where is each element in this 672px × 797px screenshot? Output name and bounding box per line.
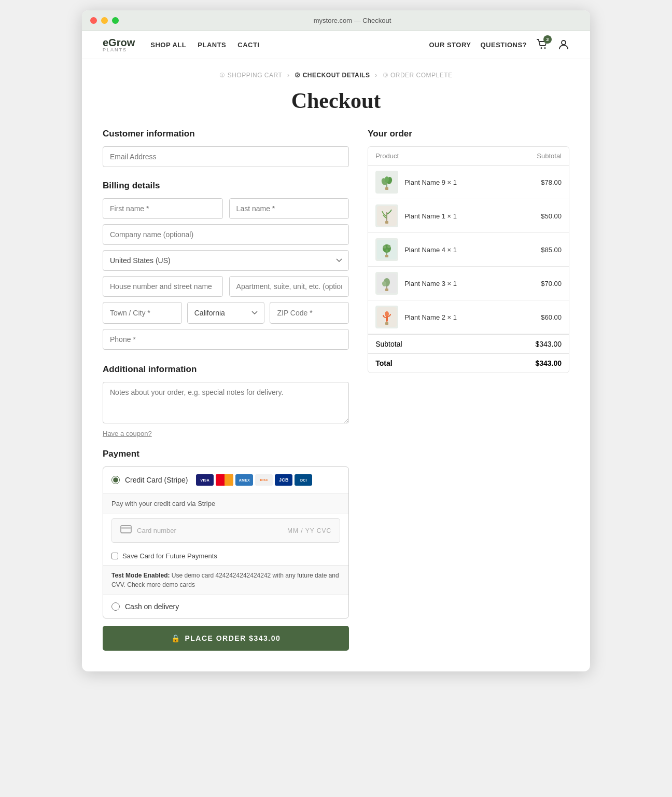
card-number-placeholder: Card number xyxy=(137,527,287,534)
svg-point-8 xyxy=(385,176,389,183)
cart-icon[interactable]: 3 xyxy=(536,38,549,51)
product-image xyxy=(375,272,398,295)
coupon-link[interactable]: Have a coupon? xyxy=(103,430,349,437)
close-dot[interactable] xyxy=(90,17,97,24)
svg-rect-21 xyxy=(385,288,388,291)
billing-section: Billing details United States (US) xyxy=(103,181,349,355)
logo[interactable]: eGrow PLANTS xyxy=(103,37,135,52)
cart-badge: 3 xyxy=(543,35,552,44)
browser-window: mystore.com — Checkout eGrow PLANTS SHOP… xyxy=(82,10,590,671)
total-value: $343.00 xyxy=(535,359,562,367)
item-price: $70.00 xyxy=(541,280,562,287)
save-card-checkbox[interactable] xyxy=(111,553,118,559)
svg-rect-3 xyxy=(121,526,131,533)
svg-rect-11 xyxy=(385,221,388,224)
stripe-description: Pay with your credit card via Stripe xyxy=(103,493,348,514)
card-icon xyxy=(120,525,132,536)
nav-shop-all[interactable]: SHOP ALL xyxy=(150,41,186,49)
street-field[interactable] xyxy=(103,276,223,297)
nav-questions[interactable]: QUESTIONS? xyxy=(480,41,527,49)
svg-rect-9 xyxy=(385,187,388,190)
minimize-dot[interactable] xyxy=(101,17,108,24)
visa-logo: VISA xyxy=(196,474,214,486)
zip-field[interactable] xyxy=(270,302,349,324)
svg-rect-25 xyxy=(385,322,388,325)
browser-titlebar: mystore.com — Checkout xyxy=(82,10,590,31)
item-name: Plant Name 2 × 1 xyxy=(404,313,535,321)
col-subtotal: Subtotal xyxy=(537,152,562,160)
checkout-main: Customer information Billing details Uni… xyxy=(82,129,590,671)
order-item: Plant Name 2 × 1 $60.00 xyxy=(368,300,569,334)
order-total-row: Total $343.00 xyxy=(368,353,569,373)
payment-title: Payment xyxy=(103,449,349,459)
cash-radio[interactable] xyxy=(111,602,120,611)
maximize-dot[interactable] xyxy=(112,17,119,24)
payment-box: Credit Card (Stripe) VISA AMEX DISC JCB … xyxy=(103,466,349,619)
town-field[interactable] xyxy=(103,302,182,324)
nav-right: OUR STORY QUESTIONS? 3 xyxy=(429,38,569,51)
customer-info-title: Customer information xyxy=(103,129,349,139)
account-icon[interactable] xyxy=(558,38,569,51)
item-price: $50.00 xyxy=(541,212,562,220)
city-state-zip-row: California xyxy=(103,302,349,324)
nav-our-story[interactable]: OUR STORY xyxy=(429,41,471,49)
product-image xyxy=(375,171,398,194)
test-mode-notice: Test Mode Enabled: Use demo card 4242424… xyxy=(103,565,348,595)
last-name-field[interactable] xyxy=(229,198,349,219)
place-order-button[interactable]: 🔒 PLACE ORDER $343.00 xyxy=(103,626,349,651)
state-select[interactable]: California xyxy=(187,302,265,324)
svg-point-24 xyxy=(385,311,389,317)
breadcrumb-step1[interactable]: ① SHOPPING CART xyxy=(219,72,284,79)
company-field[interactable] xyxy=(103,224,349,245)
svg-point-1 xyxy=(544,47,546,49)
card-logos: VISA AMEX DISC JCB DCI xyxy=(196,474,312,486)
breadcrumb-step3[interactable]: ③ ORDER COMPLETE xyxy=(383,72,453,79)
first-name-field[interactable] xyxy=(103,198,223,219)
apartment-field[interactable] xyxy=(229,276,349,297)
nav-cacti[interactable]: CACTI xyxy=(237,41,259,49)
order-table: Product Subtotal xyxy=(368,146,569,373)
item-price: $78.00 xyxy=(541,178,562,186)
credit-card-label: Credit Card (Stripe) xyxy=(125,476,188,484)
street-row xyxy=(103,276,349,297)
item-price: $60.00 xyxy=(541,313,562,321)
product-image xyxy=(375,306,398,328)
order-item: Plant Name 9 × 1 $78.00 xyxy=(368,166,569,199)
payment-section: Payment Credit Card (Stripe) VISA AMEX D… xyxy=(103,449,349,651)
customer-info-section: Customer information xyxy=(103,129,349,172)
billing-title: Billing details xyxy=(103,181,349,191)
jcb-logo: JCB xyxy=(275,474,292,486)
breadcrumb: ① SHOPPING CART › ② CHECKOUT DETAILS › ③… xyxy=(82,59,590,83)
svg-point-14 xyxy=(383,245,386,249)
card-date-cvc: MM / YY CVC xyxy=(287,527,331,534)
svg-point-16 xyxy=(386,250,388,252)
place-order-label: PLACE ORDER $343.00 xyxy=(185,634,281,642)
diners-logo: DCI xyxy=(295,474,312,486)
state-select-wrap: California xyxy=(187,302,265,324)
item-name: Plant Name 1 × 1 xyxy=(404,212,535,220)
order-subtotal-row: Subtotal $343.00 xyxy=(368,334,569,353)
lock-icon: 🔒 xyxy=(171,634,181,642)
order-item: Plant Name 3 × 1 $70.00 xyxy=(368,267,569,300)
cash-label: Cash on delivery xyxy=(125,602,179,611)
credit-card-option: Credit Card (Stripe) VISA AMEX DISC JCB … xyxy=(103,467,348,493)
card-number-row[interactable]: Card number MM / YY CVC xyxy=(111,518,340,543)
total-label: Total xyxy=(375,359,392,367)
email-field[interactable] xyxy=(103,146,349,167)
svg-point-2 xyxy=(562,40,566,45)
page-title: Checkout xyxy=(82,83,590,129)
item-name: Plant Name 4 × 1 xyxy=(404,246,535,254)
notes-textarea[interactable] xyxy=(103,382,349,423)
phone-field[interactable] xyxy=(103,329,349,350)
checkout-right: Your order Product Subtotal xyxy=(368,129,569,373)
breadcrumb-step2[interactable]: ② CHECKOUT DETAILS xyxy=(295,72,372,79)
additional-title: Additional information xyxy=(103,364,349,375)
nav-plants[interactable]: PLANTS xyxy=(198,41,226,49)
browser-url: mystore.com — Checkout xyxy=(123,17,582,24)
name-row xyxy=(103,198,349,219)
svg-rect-4 xyxy=(121,527,131,529)
credit-card-radio[interactable] xyxy=(111,476,120,484)
discover-logo: DISC xyxy=(255,474,273,486)
country-select[interactable]: United States (US) xyxy=(103,250,349,271)
order-item: Plant Name 4 × 1 $85.00 xyxy=(368,233,569,267)
